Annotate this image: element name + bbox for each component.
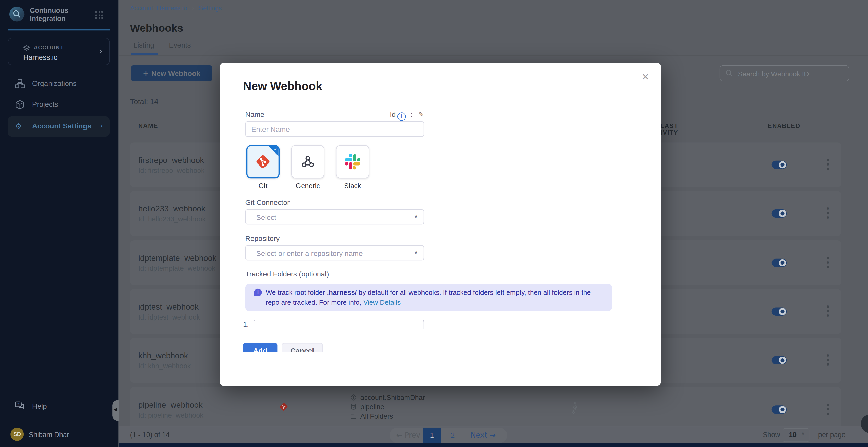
- tracked-folders-info-callout: i We track root folder .harness/ by defa…: [245, 284, 613, 311]
- user-name[interactable]: Shibam Dhar: [29, 431, 69, 439]
- page-1-button[interactable]: 1: [423, 427, 441, 443]
- bottom-edge-strip: [119, 443, 868, 447]
- check-icon: ✓: [274, 146, 278, 152]
- git-connector-placeholder: - Select -: [252, 213, 281, 222]
- account-scope-selector[interactable]: ACCOUNT Harness.io ›: [8, 37, 110, 65]
- show-label: Show: [763, 431, 780, 439]
- scrollbar-gutter: [859, 0, 859, 447]
- org-chart-icon: [15, 79, 25, 89]
- webhook-id: Id: hello233_webhook: [138, 215, 206, 223]
- new-webhook-button[interactable]: + New Webhook: [131, 65, 212, 82]
- webhook-icon: [300, 154, 315, 170]
- webhook-name-input[interactable]: [245, 121, 424, 137]
- help-chat-icon: ?: [14, 401, 24, 411]
- enabled-toggle[interactable]: [772, 356, 787, 364]
- enabled-toggle[interactable]: [772, 209, 787, 218]
- sidebar-item-projects[interactable]: Projects: [8, 95, 110, 115]
- prev-page-button[interactable]: ← Prev: [397, 431, 421, 439]
- user-avatar[interactable]: SD: [10, 427, 24, 441]
- module-title: Continuous Integration: [30, 7, 68, 23]
- breadcrumb-account-link[interactable]: Account: Harness.io: [130, 5, 187, 12]
- page-size-select[interactable]: 10 ∨: [783, 428, 809, 442]
- row-menu-icon[interactable]: •••: [827, 353, 829, 366]
- folder-index: 1.: [243, 321, 249, 328]
- svg-text:</>: </>: [352, 406, 356, 409]
- page-range-label: (1 - 10) of 14: [130, 431, 170, 439]
- table-row[interactable]: pipeline_webhook Id: pipeline_webhook ac…: [130, 387, 841, 426]
- git-connector-select[interactable]: - Select - ∨: [245, 209, 424, 225]
- tracked-folders-label: Tracked Folders (optional): [245, 270, 329, 278]
- sidebar-item-account-settings[interactable]: ⚙ Account Settings ›: [8, 116, 110, 137]
- webhook-search: [720, 65, 849, 82]
- webhook-name: idptemplate_webhook: [138, 254, 216, 263]
- row-menu-icon[interactable]: •••: [827, 305, 829, 318]
- page-size-value: 10: [789, 431, 797, 439]
- row-menu-icon[interactable]: •••: [827, 207, 829, 220]
- tabbar-divider: [119, 55, 868, 56]
- pagination-bar: (1 - 10) of 14 ← Prev 1 2 Next → Show 10…: [119, 426, 868, 443]
- enabled-toggle[interactable]: [772, 405, 787, 414]
- per-page-label: per page: [818, 431, 845, 439]
- row-repository: </> pipeline: [350, 403, 384, 411]
- repository-placeholder: - Select or enter a repository name -: [252, 249, 367, 258]
- help-label: Help: [32, 402, 47, 411]
- row-folder: All Folders: [350, 413, 393, 420]
- id-separator: :: [410, 110, 412, 119]
- close-icon[interactable]: ✕: [639, 71, 652, 83]
- row-menu-icon[interactable]: •••: [827, 158, 829, 171]
- account-name: Harness.io: [23, 53, 58, 62]
- gear-icon: ⚙: [15, 121, 25, 131]
- webhook-id: Id: pipeline_webhook: [138, 412, 204, 419]
- next-page-button[interactable]: Next →: [470, 431, 496, 439]
- account-label: ACCOUNT: [34, 44, 64, 50]
- info-icon[interactable]: i: [398, 112, 406, 121]
- webhook-name: firstrepo_webhook: [138, 155, 204, 165]
- view-details-link[interactable]: View Details: [363, 299, 401, 306]
- chevron-down-icon: ∨: [414, 249, 418, 256]
- enabled-toggle[interactable]: [772, 259, 787, 267]
- webhook-name: khh_webhook: [138, 351, 188, 360]
- git-connector-label: Git Connector: [245, 198, 290, 207]
- help-menu[interactable]: ? Help: [8, 398, 110, 415]
- cancel-button[interactable]: Cancel: [282, 343, 323, 352]
- sidebar-item-organizations[interactable]: Organizations: [8, 73, 110, 94]
- type-card-slack[interactable]: [336, 145, 369, 178]
- header-divider: [119, 34, 868, 34]
- add-button[interactable]: Add: [243, 343, 277, 352]
- repository-label: Repository: [245, 234, 280, 243]
- module-switcher-icon[interactable]: [95, 11, 104, 20]
- modal-title: New Webhook: [243, 80, 322, 93]
- edit-pencil-icon[interactable]: ✎: [418, 111, 424, 119]
- sidebar: Continuous Integration ACCOUNT Harness.i…: [0, 0, 118, 447]
- column-header-enabled: ENABLED: [768, 122, 800, 129]
- enabled-toggle[interactable]: [772, 307, 787, 316]
- row-menu-icon[interactable]: •••: [827, 403, 829, 416]
- page-2-button[interactable]: 2: [447, 431, 458, 439]
- chevron-down-icon: ∨: [414, 213, 418, 219]
- info-text: We track root folder .harness/ by defaul…: [266, 287, 598, 307]
- tracked-folder-input[interactable]: [253, 320, 424, 329]
- page-title: Webhooks: [130, 22, 183, 34]
- type-card-git[interactable]: ✓: [246, 145, 280, 178]
- type-card-generic[interactable]: [291, 145, 324, 178]
- info-icon: i: [254, 289, 262, 296]
- enabled-toggle[interactable]: [772, 161, 787, 169]
- sidebar-item-label: Projects: [32, 100, 58, 109]
- webhook-id: Id: firstrepo_webhook: [138, 167, 205, 175]
- search-input[interactable]: [737, 66, 847, 82]
- breadcrumb-settings-link[interactable]: Settings: [198, 5, 222, 12]
- plus-icon: +: [143, 69, 151, 78]
- total-count: Total: 14: [130, 97, 158, 106]
- sidebar-collapse-button[interactable]: ◀: [112, 400, 120, 421]
- modal-actions-clipped: Add Cancel: [220, 343, 661, 352]
- chevron-right-icon: ›: [100, 122, 103, 129]
- continuous-integration-logo-icon: [9, 7, 25, 22]
- folder-icon: [350, 413, 357, 420]
- repository-select[interactable]: - Select or enter a repository name - ∨: [245, 245, 424, 261]
- tab-events[interactable]: Events: [169, 41, 191, 49]
- tab-listing[interactable]: Listing: [133, 41, 154, 49]
- repository-icon: </>: [350, 403, 357, 411]
- cube-icon: [15, 100, 25, 110]
- row-menu-icon[interactable]: •••: [827, 256, 829, 269]
- webhook-name: pipeline_webhook: [138, 400, 203, 410]
